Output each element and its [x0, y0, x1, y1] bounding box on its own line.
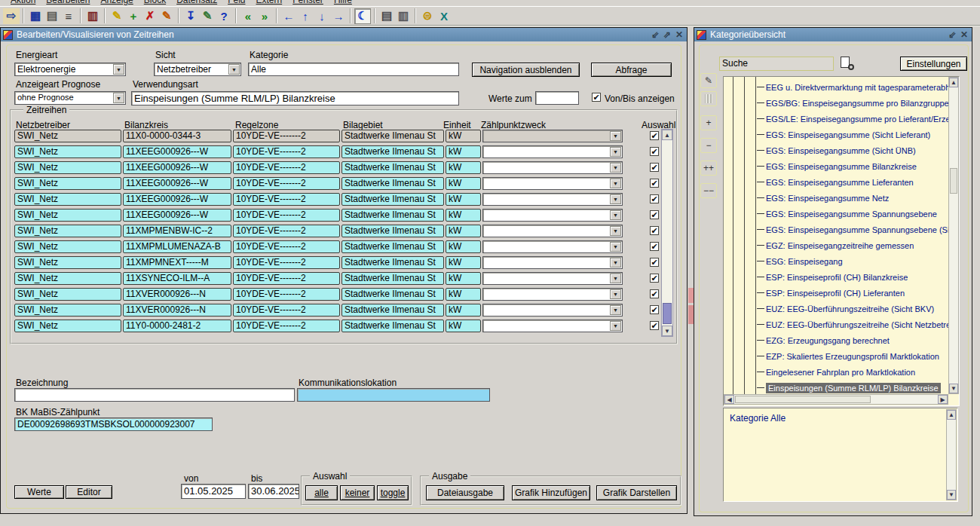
bezeichnung-input[interactable] — [14, 388, 295, 402]
cell-bilanzkreis[interactable]: 11XVER000926---N — [123, 288, 231, 301]
tree-item[interactable]: EGS/LE: Einspeisegangsumme pro Lieferant… — [757, 113, 950, 124]
cell-bilagebiet[interactable]: Stadtwerke Ilmenau St — [341, 161, 444, 174]
editor-button[interactable]: Editor — [66, 485, 112, 499]
cell-bilagebiet[interactable]: Stadtwerke Ilmenau St — [341, 320, 444, 332]
tree-item[interactable]: EGS: Einspeisegangsumme Bilanzkreise — [757, 161, 950, 172]
menu-datensatz[interactable]: Datensatz — [176, 0, 217, 5]
zaehlpunktzweck-select[interactable]: ▼ — [482, 130, 623, 142]
cell-regelzone[interactable]: 10YDE-VE-------2 — [233, 209, 340, 222]
cell-einheit[interactable]: kW — [446, 130, 481, 142]
chevron-down-icon[interactable]: ▼ — [113, 64, 124, 75]
table-scrollbar[interactable]: ▲ ▼ — [661, 129, 673, 337]
auswahl-checkbox[interactable]: ✔ — [650, 321, 659, 330]
cell-netzbetreiber[interactable]: SWI_Netz — [14, 209, 121, 222]
tree-item[interactable]: EZG: Erzeugungsgang berechnet — [757, 335, 950, 346]
von-input[interactable]: 01.05.2025 — [181, 484, 246, 499]
info-vscrollbar[interactable]: ▲ ▼ — [946, 409, 957, 500]
menu-hilfe[interactable]: Hilfe — [334, 0, 352, 5]
edit-pencil-icon[interactable]: ✎ — [700, 73, 717, 88]
save-icon[interactable]: ▦ — [27, 8, 44, 24]
titlebar[interactable]: Kategorieübersicht ⇙ ✕ — [694, 28, 972, 41]
tree-item[interactable]: EZP: Skaliertes Erzeugungsprofil Marktlo… — [757, 350, 950, 362]
keiner-button[interactable]: keiner — [340, 485, 375, 500]
chevron-down-icon[interactable]: ▼ — [610, 242, 621, 252]
cell-regelzone[interactable]: 10YDE-VE-------2 — [233, 145, 340, 158]
zaehlpunktzweck-select[interactable]: ▼ — [482, 304, 623, 317]
grafik-hinzufuegen-button[interactable]: Grafik Hinzufügen — [512, 485, 590, 500]
cell-netzbetreiber[interactable]: SWI_Netz — [14, 145, 121, 158]
menubar[interactable]: AktionBearbeitenAnzeigeBlockDatensatzFel… — [0, 0, 980, 6]
cell-einheit[interactable]: kW — [446, 272, 481, 285]
expand-node-icon[interactable]: + — [700, 115, 717, 130]
kategorie-tree[interactable]: EEG u. Direktvermarktung mit tagesparame… — [723, 76, 960, 406]
dateiausgabe-button[interactable]: Dateiausgabe — [426, 485, 504, 500]
edit-values-icon[interactable]: ✎ — [199, 8, 216, 24]
scroll-up-icon[interactable]: ▲ — [662, 130, 672, 140]
cell-bilanzkreis[interactable]: 11XMPMLUMENAZA-B — [123, 240, 231, 253]
cell-bilagebiet[interactable]: Stadtwerke Ilmenau St — [341, 240, 444, 253]
titlebar[interactable]: Bearbeiten/Visualisieren von Zeitreihen … — [1, 28, 687, 41]
import-icon[interactable]: ↧ — [182, 8, 199, 24]
cell-bilanzkreis[interactable]: 11XMPMENBW-IC--2 — [123, 225, 231, 237]
enter-query-icon[interactable]: ✎ — [109, 8, 125, 24]
scrollbar-thumb[interactable] — [950, 168, 957, 194]
cell-regelzone[interactable]: 10YDE-VE-------2 — [233, 177, 340, 190]
cell-bilanzkreis[interactable]: 11XEEG000926---W — [123, 145, 231, 158]
cell-netzbetreiber[interactable]: SWI_Netz — [14, 161, 121, 174]
previous-block-icon[interactable]: « — [240, 8, 256, 24]
zaehlpunktzweck-select[interactable]: ▼ — [482, 225, 623, 237]
tree-item[interactable]: EUZ: EEG-Überführungszeitreihe (Sicht BK… — [757, 303, 950, 314]
cell-regelzone[interactable]: 10YDE-VE-------2 — [233, 161, 340, 174]
tree-item[interactable]: EEG u. Direktvermarktung mit tagesparame… — [757, 81, 950, 93]
cell-einheit[interactable]: kW — [446, 209, 481, 222]
notebook-edit-icon[interactable]: ▥ — [84, 8, 101, 24]
tree-item[interactable]: EGS: Einspeisegangsumme Spannungsebene (… — [757, 224, 950, 235]
cell-bilagebiet[interactable]: Stadtwerke Ilmenau St — [341, 288, 444, 301]
bk-mabis-input[interactable]: DE00092698693TMSBKSOL000000923007 — [14, 417, 213, 431]
tree-item[interactable]: ESP: Einspeiseprofil (CH) Bilanzkreise — [757, 271, 950, 283]
chevron-down-icon[interactable]: ▼ — [610, 226, 621, 236]
menu-fenster[interactable]: Fenster — [292, 0, 323, 5]
next-block-icon[interactable]: » — [256, 8, 273, 24]
scrollbar-thumb[interactable] — [735, 396, 871, 403]
tree-item[interactable]: EGZ: Einspeisegangzeitreihe gemessen — [757, 240, 950, 251]
cell-netzbetreiber[interactable]: SWI_Netz — [14, 320, 121, 332]
menu-extern[interactable]: Extern — [256, 0, 283, 5]
zaehlpunktzweck-select[interactable]: ▼ — [482, 145, 623, 158]
cell-bilanzkreis[interactable]: 11XEEG000926---W — [123, 161, 231, 174]
kategorie-input[interactable]: Alle — [248, 63, 459, 76]
cell-einheit[interactable]: kW — [446, 193, 481, 206]
cell-regelzone[interactable]: 10YDE-VE-------2 — [233, 272, 340, 285]
cell-netzbetreiber[interactable]: SWI_Netz — [14, 288, 121, 301]
moon-icon[interactable]: ☾ — [354, 8, 371, 24]
cell-regelzone[interactable]: 10YDE-VE-------2 — [233, 130, 340, 142]
cell-bilanzkreis[interactable]: 11XMPMNEXT-----M — [123, 256, 231, 269]
tree-hscrollbar[interactable]: ◀ ▶ — [724, 394, 948, 405]
cell-netzbetreiber[interactable]: SWI_Netz — [14, 240, 121, 253]
tree-item[interactable]: ESG: Einspeisegang — [757, 255, 950, 267]
menu-aktion[interactable]: Aktion — [11, 0, 35, 5]
auswahl-checkbox[interactable]: ✔ — [650, 226, 659, 235]
zaehlpunktzweck-select[interactable]: ▼ — [482, 256, 623, 269]
auswahl-checkbox[interactable]: ✔ — [650, 194, 659, 203]
scroll-right-icon[interactable]: ▶ — [938, 395, 948, 404]
menu-block[interactable]: Block — [144, 0, 166, 5]
chevron-down-icon[interactable]: ▼ — [610, 321, 621, 331]
cell-bilagebiet[interactable]: Stadtwerke Ilmenau St — [341, 209, 444, 222]
anzeigeart-select[interactable]: ohne Prognose ▼ — [14, 91, 126, 105]
chevron-down-icon[interactable]: ▼ — [610, 163, 621, 173]
auswahl-checkbox[interactable]: ✔ — [650, 305, 659, 314]
tree-item[interactable]: EGS: Einspeisegangsumme Spannungsebene — [757, 208, 950, 219]
auswahl-checkbox[interactable]: ✔ — [650, 210, 659, 219]
tree-item[interactable]: EGS: Einspeisegangsumme (Sicht ÜNB) — [757, 145, 950, 156]
arrow-right-icon[interactable]: → — [330, 8, 347, 24]
chevron-down-icon[interactable]: ▼ — [610, 305, 621, 315]
cell-bilagebiet[interactable]: Stadtwerke Ilmenau St — [341, 272, 444, 285]
zaehlpunktzweck-select[interactable]: ▼ — [482, 240, 623, 253]
tree-item[interactable]: EGS/BG: Einspeisegangsumme pro Bilanzgru… — [757, 97, 950, 109]
cell-einheit[interactable]: kW — [446, 320, 481, 332]
cell-bilagebiet[interactable]: Stadtwerke Ilmenau St — [341, 145, 444, 158]
cell-regelzone[interactable]: 10YDE-VE-------2 — [233, 240, 340, 253]
grafik-darstellen-button[interactable]: Grafik Darstellen — [596, 485, 677, 500]
kommunikationslokation-input[interactable] — [297, 388, 490, 402]
